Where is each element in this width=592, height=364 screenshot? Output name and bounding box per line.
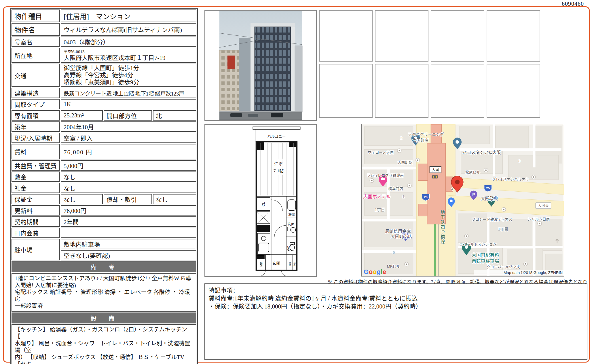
room-label: 洋室 <box>274 162 283 167</box>
table-row: 築年 2004年10月 <box>12 121 196 132</box>
table-row: 賃料 76,000 円 <box>12 144 196 159</box>
poi-label: 大国町店 <box>413 138 429 142</box>
floor-plan-drawing: バルコニー 洋室 7.1帖 <box>205 125 316 276</box>
poi-label: フタバクリーニング <box>408 132 444 137</box>
table-row: 交通 御堂筋線「大国町」徒歩1分 高野線「今宮戎」徒歩4分 堺筋線「恵美須町」徒… <box>12 64 196 87</box>
closet1-label: CL <box>261 202 265 207</box>
row-value: 76,000円 <box>61 205 196 216</box>
balcony-rail <box>253 127 300 129</box>
row-label: 敷金 <box>12 171 60 182</box>
poi-label: 大国町駅有料 <box>472 253 499 258</box>
main-tower <box>251 23 295 112</box>
room-size-label: 7.1帖 <box>274 169 284 173</box>
ps-label: PS <box>293 262 296 266</box>
remarks-row: 1階にコンビニエンスストアあり♪ / 大国町駅徒歩1分! / 全戸無料W-Fi導… <box>12 273 196 312</box>
table-row: 敷金 なし <box>12 171 196 182</box>
mid-building <box>239 38 251 112</box>
mb-black-block <box>257 255 265 259</box>
equipment-header: 設 備 <box>12 312 196 323</box>
poi-label: クローバーメゾン戎 <box>487 265 520 269</box>
sb-label: SB <box>288 262 291 266</box>
row-value: 空室 / 即入 <box>61 133 196 143</box>
row-label: 専有面積 <box>12 110 60 121</box>
map-image: 大国 大国東 <box>362 124 564 276</box>
row-value: ウィルテラスなんば南(旧サムティナンバ南) <box>61 23 196 36</box>
photo-placeholder <box>375 10 428 62</box>
poi-label: 大国町駅 <box>398 160 413 165</box>
row-value: なし <box>61 183 196 193</box>
poi-label: 尼崎信用金庫 <box>385 229 411 234</box>
row-value: 御堂筋線「大国町」徒歩1分 高野線「今宮戎」徒歩4分 堺筋線「恵美須町」徒歩9分 <box>61 64 196 87</box>
parking-top: 敷地内駐車場 <box>61 239 196 249</box>
photo-placeholder <box>487 10 540 62</box>
block-number: 4 <box>451 187 453 191</box>
poi-label: ヴェローノ大国 <box>368 150 394 155</box>
poi-label: 橋本商店 <box>388 186 403 191</box>
row-value2: 北 <box>153 110 196 121</box>
table-row: 号室名 0403（4階部分） <box>12 37 196 47</box>
poi-label: グレイスナンバミナミ <box>492 177 529 181</box>
svg-text:25: 25 <box>486 186 490 190</box>
balcony-label: バルコニー <box>267 134 286 138</box>
property-sheet: 6090460 物件種目 [住居用] マンション 物件名 ウィルテラスなんば南(… <box>0 0 592 364</box>
svg-text:26: 26 <box>424 195 427 199</box>
row-label2: 償却・敷引 <box>104 194 152 204</box>
table-row: 専有面積 25.23m² 開口部方位 北 <box>12 110 196 121</box>
entrance-label: 玄関 <box>272 261 280 266</box>
floor-plan: バルコニー 洋室 7.1帖 <box>204 124 317 277</box>
google-logo: Google <box>364 268 386 276</box>
property-table: 物件種目 [住居用] マンション 物件名 ウィルテラスなんば南(旧サムティナンバ… <box>10 8 198 364</box>
poi-label: エメラルドマンション <box>459 242 496 246</box>
row-label: 現況/入居時期 <box>12 133 60 143</box>
section-bar-row: 設 備 <box>12 312 196 323</box>
cars <box>230 113 283 117</box>
row-label: 礼金 <box>12 183 60 193</box>
remarks-text: 1階にコンビニエンスストアあり♪ / 大国町駅徒歩1分! / 全戸無料W-Fi導… <box>12 273 196 312</box>
row-label: 所在地 <box>12 48 60 63</box>
row-value: 5,000円 <box>61 160 196 171</box>
row-value: なし <box>61 194 103 204</box>
special-notes-text: 特記事項： 賃料備考:1年未満解約時 違約金賃料の1ヶ月 / 水道料金備考:賃料… <box>208 286 583 310</box>
poi-label: 自転車駐車場 <box>472 259 499 264</box>
table-row: 建築構造 鉄筋コンクリート造 地上12階 地下1階 総戸数123戸 <box>12 88 196 98</box>
table-row: 駐車場 敷地内駐車場 <box>12 239 196 249</box>
kitchen-black-block <box>257 225 270 232</box>
photo-placeholder <box>431 10 484 62</box>
sidewalk <box>219 111 302 112</box>
row-label: 物件名 <box>12 23 60 36</box>
bath-label: 浴室 <box>288 212 295 216</box>
row-label: 築年 <box>12 121 60 132</box>
row-value: 25.23m² <box>61 110 103 121</box>
row-label: 賃料 <box>12 144 60 159</box>
row-value: 鉄筋コンクリート造 地上12階 地下1階 総戸数123戸 <box>61 88 196 98</box>
row-label: 共益費・管理費 <box>12 160 60 171</box>
table-row: 保証金 なし 償却・敷引 なし <box>12 194 196 204</box>
row-label: 更新料 <box>12 205 60 216</box>
row-value: 1K <box>61 99 196 109</box>
table-row: 間取タイプ 1K <box>12 99 196 109</box>
row-label: 間取タイプ <box>12 99 60 109</box>
table-row: 共益費・管理費 5,000円 <box>12 160 196 171</box>
building-photo-image <box>205 11 316 120</box>
tram-icon <box>432 175 438 178</box>
row-label: 契約期間 <box>12 216 60 227</box>
row-value <box>61 228 196 238</box>
poi-label: 大阪祭典 <box>481 196 498 201</box>
district-label: 1丁目 <box>498 227 508 231</box>
postal-code: 〒556-0013 <box>64 49 193 54</box>
row-value: 2004年10月 <box>61 121 196 132</box>
block-number: 2 <box>400 136 402 140</box>
row-value: なし <box>61 171 196 182</box>
block-number: 8 <box>518 159 520 163</box>
row-label: 駐車場 <box>12 239 60 260</box>
document-number: 6090460 <box>562 1 584 7</box>
row-label: 建築構造 <box>12 88 60 98</box>
photo-placeholder <box>319 64 373 118</box>
poi-label: 松尾ビル <box>465 170 480 174</box>
address-text: 大阪府大阪市浪速区戎本町１丁目7-19 <box>64 54 193 61</box>
parking-bottom: 空きなし(要確認) <box>61 250 196 260</box>
row-label: 町内会費 <box>12 228 60 238</box>
row-value: 〒556-0013 大阪府大阪市浪速区戎本町１丁目7-19 <box>61 48 196 63</box>
table-row: 町内会費 <box>12 228 196 238</box>
remarks-header: 備 考 <box>12 261 196 272</box>
